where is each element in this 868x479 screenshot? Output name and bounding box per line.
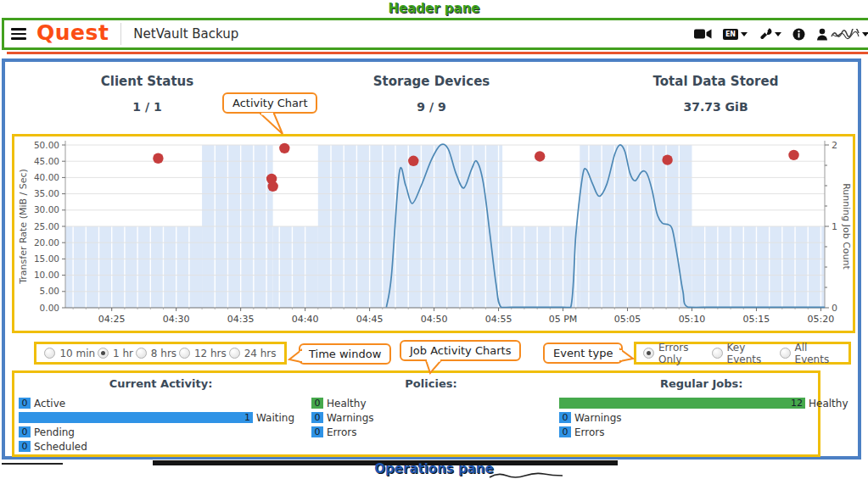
tools-menu[interactable] [759, 27, 781, 41]
time-window-option-24-hrs[interactable]: 24 hrs [229, 348, 277, 359]
time-window-option-10-min[interactable]: 10 min [44, 348, 95, 359]
svg-text:05:15: 05:15 [743, 314, 770, 325]
op-bar-scheduled: 0 [19, 441, 31, 452]
op-label: Warnings [327, 412, 374, 424]
chevron-down-icon [741, 32, 748, 36]
info-icon [792, 28, 805, 41]
ops-section-title: Policies: [307, 377, 555, 398]
radio-label: 24 hrs [244, 348, 277, 359]
svg-text:0: 0 [832, 303, 837, 314]
op-row-active[interactable]: 0Active [19, 398, 307, 409]
op-bar-healthy: 12 [559, 398, 805, 409]
svg-text:04:35: 04:35 [227, 314, 255, 325]
svg-text:04:55: 04:55 [485, 314, 512, 325]
radio-label: Key Events [727, 342, 780, 365]
stat-title: Client Status [5, 74, 289, 89]
op-row-errors[interactable]: 0Errors [559, 426, 848, 437]
op-row-healthy[interactable]: 0Healthy [311, 398, 555, 409]
stat-title: Total Data Stored [574, 74, 858, 89]
svg-text:Running Job Count: Running Job Count [841, 183, 852, 270]
svg-text:04:50: 04:50 [421, 314, 448, 325]
svg-text:45.00: 45.00 [34, 156, 59, 166]
user-name-scribble [831, 29, 860, 40]
svg-text:30.00: 30.00 [34, 204, 59, 214]
svg-text:04:45: 04:45 [356, 314, 384, 325]
time-window-option-12-hrs[interactable]: 12 hrs [179, 348, 227, 359]
user-icon [816, 28, 828, 41]
stat-value: 37.73 GiB [574, 100, 858, 114]
radio-icon [179, 348, 190, 359]
radio-label: 12 hrs [194, 348, 227, 359]
time-window-option-8-hrs[interactable]: 8 hrs [136, 348, 176, 359]
svg-text:20.00: 20.00 [34, 237, 59, 248]
radio-icon [643, 348, 654, 359]
radio-icon [98, 348, 109, 359]
svg-text:10.00: 10.00 [34, 270, 59, 280]
stat-value: 9 / 9 [289, 100, 574, 114]
job-activity-charts: Current Activity:0Active1Waiting0Pending… [12, 370, 820, 457]
radio-icon [780, 348, 791, 359]
ops-section-regular-jobs-: Regular Jobs:12Healthy0Warnings0Errors [555, 377, 848, 455]
event-type-option-all-events[interactable]: All Events [780, 342, 842, 365]
op-row-healthy[interactable]: 12Healthy [559, 398, 848, 409]
op-row-scheduled[interactable]: 0Scheduled [19, 441, 307, 452]
svg-text:1: 1 [832, 221, 837, 232]
event-type-option-key-events[interactable]: Key Events [712, 342, 780, 365]
svg-text:35.00: 35.00 [34, 188, 59, 198]
header-divider [7, 52, 868, 54]
svg-text:04:40: 04:40 [292, 314, 319, 325]
user-menu[interactable] [816, 28, 868, 41]
callout-tail [619, 348, 634, 363]
op-row-pending[interactable]: 0Pending [19, 426, 307, 437]
op-bar-warnings: 0 [311, 412, 323, 423]
radio-label: All Events [795, 342, 842, 365]
svg-text:04:25: 04:25 [98, 314, 126, 325]
radio-icon [712, 348, 723, 359]
op-label: Pending [34, 426, 75, 438]
total-data-stored-stat[interactable]: Total Data Stored 37.73 GiB [574, 74, 858, 114]
app-header: Quest NetVault Backup EN [2, 18, 868, 50]
op-label: Errors [574, 426, 605, 438]
header-actions: EN [694, 27, 868, 41]
annotation-operations-pane: Operations pane [0, 461, 868, 476]
radio-label: 1 hr [113, 348, 133, 359]
annotation-job-activity-charts: Job Activity Charts [400, 340, 521, 361]
svg-text:50.00: 50.00 [34, 140, 59, 150]
op-row-errors[interactable]: 0Errors [311, 426, 555, 437]
op-label: Errors [327, 426, 357, 438]
ops-section-title: Regular Jobs: [555, 377, 848, 398]
op-label: Warnings [574, 412, 622, 424]
radio-label: 8 hrs [151, 348, 176, 359]
activity-chart: 0.005.0010.0015.0020.0025.0030.0035.0040… [12, 134, 855, 333]
svg-text:2: 2 [832, 140, 837, 151]
op-row-waiting[interactable]: 1Waiting [19, 412, 307, 423]
svg-text:04:30: 04:30 [163, 314, 190, 325]
svg-text:0.00: 0.00 [40, 303, 59, 313]
tools-icon [759, 27, 772, 41]
op-label: Scheduled [34, 441, 87, 453]
annotation-header-pane: Header pane [0, 1, 868, 16]
ops-section-title: Current Activity: [14, 377, 307, 398]
svg-text:05:05: 05:05 [614, 314, 641, 325]
radio-icon [229, 348, 240, 359]
menu-icon[interactable] [11, 28, 26, 40]
ops-section-policies-: Policies:0Healthy0Warnings0Errors [307, 377, 555, 455]
svg-text:Transfer Rate (MiB / Sec): Transfer Rate (MiB / Sec) [18, 169, 29, 285]
language-menu[interactable]: EN [723, 29, 748, 40]
event-type-option-errors-only[interactable]: Errors Only [643, 342, 712, 365]
storage-devices-stat[interactable]: Storage Devices 9 / 9 [289, 74, 574, 114]
event-type-group: Errors OnlyKey EventsAll Events [634, 342, 851, 365]
svg-text:05 PM: 05 PM [549, 314, 578, 325]
time-window-option-1-hr[interactable]: 1 hr [98, 348, 133, 359]
svg-text:25.00: 25.00 [34, 221, 59, 231]
radio-icon [136, 348, 147, 359]
language-en-icon: EN [723, 29, 738, 40]
op-bar-waiting: 1 [19, 412, 253, 423]
app-title: NetVault Backup [133, 26, 238, 42]
info-button[interactable] [792, 28, 805, 41]
callout-tail [288, 349, 302, 364]
op-row-warnings[interactable]: 0Warnings [311, 412, 555, 423]
op-row-warnings[interactable]: 0Warnings [559, 412, 848, 423]
video-camera-icon[interactable] [694, 28, 712, 40]
time-window-group: 10 min1 hr8 hrs12 hrs24 hrs [34, 342, 287, 365]
